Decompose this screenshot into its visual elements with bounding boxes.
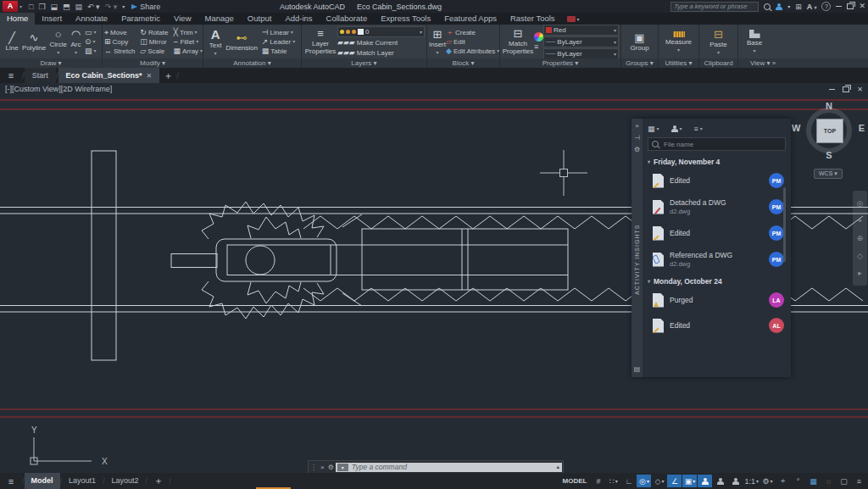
save-as-icon[interactable]: ⬒ <box>63 3 70 11</box>
user-filter-button[interactable]: ▾ <box>671 125 682 132</box>
file-tab-menu-icon[interactable]: ≡ <box>0 68 22 83</box>
annotation-visibility-toggle[interactable] <box>698 475 712 487</box>
model-tab[interactable]: Model <box>25 473 60 489</box>
tab-view[interactable]: View <box>167 13 198 25</box>
viewcube[interactable]: TOP N S W E <box>802 103 856 158</box>
lineweight-combo[interactable]: ── ByLayer ▾ <box>543 36 619 47</box>
file-tab-doc[interactable]: Eco Cabin_Sections* ✕ <box>58 68 160 83</box>
activity-item[interactable]: Edited AL <box>648 313 786 338</box>
clean-screen-button[interactable]: ▢ <box>837 475 851 487</box>
array-button[interactable]: ▦Array▾ <box>173 47 203 56</box>
trim-button[interactable]: ╳Trim▾ <box>173 28 203 37</box>
pan-icon[interactable]: ⌖ <box>858 216 862 225</box>
linear-button[interactable]: ⊣Linear▾ <box>262 28 295 37</box>
base-button[interactable]: Base▾ <box>747 30 762 53</box>
match-properties-button[interactable]: ⊟ Match Properties <box>502 28 534 56</box>
search-icon[interactable] <box>764 3 771 10</box>
status-customize-menu[interactable]: ≡ <box>852 475 866 487</box>
panel-close-icon[interactable]: × <box>635 123 639 130</box>
move-button[interactable]: ⌖Move <box>104 28 135 37</box>
file-tab-start[interactable]: Start <box>25 68 56 83</box>
panel-label-groups[interactable]: Groups ▾ <box>621 58 658 68</box>
layout1-tab[interactable]: Layout1 <box>62 473 103 489</box>
doc-close-icon[interactable]: ✕ <box>857 86 863 93</box>
panel-autohide-icon[interactable]: ⊣ <box>634 135 640 142</box>
activity-item[interactable]: Referenced a DWG d2.dwg PM <box>648 246 786 273</box>
qat-customize-icon[interactable]: ▾ <box>122 3 125 9</box>
text-button[interactable]: AText▾ <box>209 28 222 56</box>
viewcube-west[interactable]: W <box>792 123 800 133</box>
tab-output[interactable]: Output <box>241 13 279 25</box>
tab-express-tools[interactable]: Express Tools <box>374 13 437 25</box>
isolate-objects-icon[interactable]: ◌ <box>821 475 836 487</box>
units-button[interactable]: ° <box>791 475 805 487</box>
line-button[interactable]: ╱Line <box>5 32 18 52</box>
panel-clipboard-icon[interactable]: ▤ <box>634 366 641 373</box>
tab-annotate[interactable]: Annotate <box>69 13 114 25</box>
new-file-icon[interactable]: □ <box>29 3 33 11</box>
panel-label-modify[interactable]: Modify ▾ <box>103 58 203 68</box>
arc-button[interactable]: ◠Arc▾ <box>70 29 81 55</box>
restore-icon[interactable] <box>847 3 854 9</box>
command-close-icon[interactable]: × <box>319 464 326 471</box>
isometric-drafting-toggle[interactable]: ◇▾ <box>652 475 666 487</box>
grid-toggle[interactable]: # <box>591 475 605 487</box>
object-color-combo[interactable]: Red ▾ <box>543 25 619 36</box>
activity-item[interactable]: Detached a DWG d2.dwg PM <box>648 193 786 220</box>
activity-scrollbar[interactable] <box>783 187 786 262</box>
panel-settings-icon[interactable]: ⚙ <box>634 147 640 153</box>
make-current-button[interactable]: ▰▰▰ Make Current <box>337 38 425 47</box>
group-button[interactable]: ▣Group <box>630 32 648 52</box>
polar-tracking-toggle[interactable]: ◎▾ <box>637 475 651 487</box>
sign-in-icon[interactable] <box>776 3 782 10</box>
create-block-button[interactable]: ＋Create <box>446 28 499 37</box>
panel-label-properties[interactable]: Properties ▾ <box>500 58 620 68</box>
insert-button[interactable]: ⊞Insert▾ <box>429 29 446 55</box>
date-filter-button[interactable]: ▦▾ <box>648 125 659 133</box>
rectangle-button[interactable]: ▭▾ <box>85 28 97 37</box>
command-drag-handle[interactable]: ⋮ <box>309 464 319 471</box>
zoom-icon[interactable]: ⊕ <box>857 234 864 242</box>
activity-item[interactable]: Purged LA <box>648 287 786 313</box>
ribbon-display-toggle[interactable]: ▾ <box>567 13 580 25</box>
tab-manage[interactable]: Manage <box>198 13 241 25</box>
file-tab-close-icon[interactable]: ✕ <box>147 72 153 80</box>
measure-button[interactable]: Measure▾ <box>665 31 692 53</box>
viewcube-top-face[interactable]: TOP <box>816 119 843 143</box>
tab-featured-apps[interactable]: Featured Apps <box>437 13 504 25</box>
tab-addins[interactable]: Add-ins <box>278 13 319 25</box>
layer-properties-button[interactable]: ≡ Layer Properties <box>303 28 337 56</box>
help-icon[interactable]: ? <box>821 2 831 11</box>
avatar[interactable]: LA <box>769 292 784 308</box>
avatar[interactable]: PM <box>769 199 784 214</box>
activity-group-header[interactable]: ▾ Friday, November 4 <box>648 155 786 168</box>
orbit-icon[interactable]: ◇ <box>857 252 863 260</box>
wcs-dropdown[interactable]: WCS ▾ <box>814 169 843 179</box>
workspace-switching-gear[interactable]: ⚙▾ <box>760 475 775 487</box>
command-customize-icon[interactable]: ⚙ <box>326 464 336 471</box>
avatar[interactable]: PM <box>769 252 784 267</box>
tab-collaborate[interactable]: Collaborate <box>320 13 375 25</box>
viewcube-north[interactable]: N <box>826 101 832 111</box>
viewcube-south[interactable]: S <box>826 150 832 160</box>
ortho-toggle[interactable]: ∟ <box>621 475 636 487</box>
copy-button[interactable]: ⊞Copy <box>104 37 135 47</box>
graphics-performance-icon[interactable]: ▦ <box>806 475 821 487</box>
activity-search-box[interactable] <box>648 137 786 151</box>
layer-combo[interactable]: 0 ▾ <box>337 26 425 37</box>
doc-minimize-icon[interactable] <box>829 89 835 90</box>
redo-icon[interactable]: ↷ ▾ <box>105 3 118 11</box>
list-options-button[interactable]: ≡▾ <box>694 125 703 133</box>
doc-restore-icon[interactable] <box>843 86 849 92</box>
edit-block-button[interactable]: ▱Edit <box>446 37 499 47</box>
command-input[interactable] <box>350 462 557 472</box>
color-wheel-icon[interactable] <box>534 32 543 42</box>
navigation-wheel-icon[interactable]: ◎ <box>857 199 864 208</box>
stretch-button[interactable]: ↔Stretch <box>104 47 135 56</box>
panel-label-layers[interactable]: Layers ▾ <box>302 58 426 68</box>
panel-label-draw[interactable]: Draw ▾ <box>0 58 102 68</box>
autocad-logo-icon[interactable]: A <box>3 1 18 12</box>
annotation-scale-value[interactable]: 1:1▾ <box>743 475 760 487</box>
dimension-button[interactable]: ⊷Dimension <box>225 32 258 52</box>
ellipse-button[interactable]: ⊙▾ <box>85 37 97 47</box>
